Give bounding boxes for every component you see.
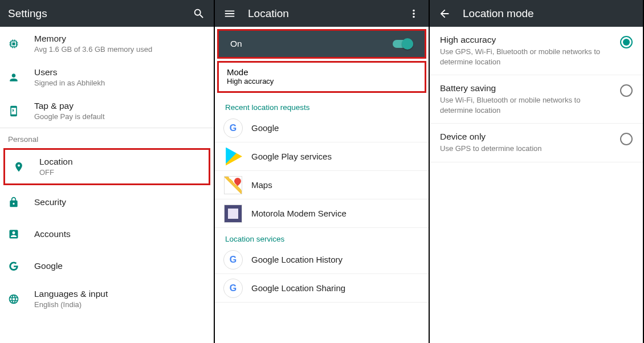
- item-label: Security: [34, 197, 206, 207]
- item-sub: Google Pay is default: [34, 112, 206, 121]
- settings-item-google[interactable]: Google: [0, 250, 214, 282]
- settings-item-tap-pay[interactable]: Tap & payGoogle Pay is default: [0, 94, 214, 128]
- app-google[interactable]: GGoogle: [215, 114, 429, 142]
- item-sub: English (India): [34, 300, 206, 309]
- google-g-icon: G: [223, 119, 243, 138]
- option-device-only[interactable]: Device onlyUse GPS to determine location: [430, 124, 643, 162]
- google-g-icon: G: [223, 279, 243, 298]
- item-sub: OFF: [39, 168, 201, 177]
- google-g-icon: G: [223, 250, 243, 270]
- page-title: Location mode: [463, 7, 635, 20]
- page-title: Location: [248, 7, 407, 20]
- page-title: Settings: [8, 7, 192, 20]
- service-location-history[interactable]: GGoogle Location History: [215, 246, 429, 274]
- tap-pay-icon: [8, 105, 34, 117]
- radio-button[interactable]: [620, 84, 633, 97]
- radio-button[interactable]: [620, 133, 633, 145]
- location-toggle-row[interactable]: On: [219, 31, 425, 57]
- service-location-sharing[interactable]: GGoogle Location Sharing: [215, 274, 429, 303]
- settings-item-accounts[interactable]: Accounts: [0, 218, 214, 250]
- item-label: Accounts: [34, 229, 206, 239]
- service-label: Google Location Sharing: [251, 283, 345, 293]
- globe-icon: [8, 293, 34, 305]
- option-label: Device only: [440, 132, 610, 142]
- location-mode-panel: Location mode High accuracyUse GPS, Wi-F…: [430, 0, 644, 343]
- app-maps[interactable]: Maps: [215, 171, 429, 199]
- option-desc: Use Wi-Fi, Bluetooth or mobile networks …: [440, 95, 610, 115]
- motorola-icon: [224, 205, 242, 223]
- radio-button[interactable]: [620, 36, 633, 48]
- app-label: Maps: [251, 180, 272, 190]
- item-label: Tap & pay: [34, 101, 206, 111]
- settings-item-users[interactable]: UsersSigned in as Abhilekh: [0, 60, 214, 94]
- mode-label: Mode: [227, 67, 417, 77]
- item-label: Users: [34, 67, 206, 77]
- location-toggle[interactable]: [393, 39, 413, 49]
- more-vert-icon[interactable]: [407, 7, 421, 21]
- section-personal: Personal: [0, 128, 214, 147]
- settings-item-location[interactable]: LocationOFF: [5, 150, 209, 183]
- settings-item-memory[interactable]: MemoryAvg 1.6 GB of 3.6 GB memory used: [0, 27, 214, 60]
- option-label: High accuracy: [440, 35, 610, 45]
- section-recent-requests: Recent location requests: [215, 96, 429, 114]
- option-desc: Use GPS, Wi-Fi, Bluetooth or mobile netw…: [440, 47, 610, 67]
- location-appbar: Location: [215, 0, 429, 27]
- back-arrow-icon[interactable]: [438, 7, 451, 21]
- app-label: Google Play services: [251, 152, 332, 161]
- item-sub: Signed in as Abhilekh: [34, 79, 206, 87]
- location-mode-row[interactable]: Mode High accuracy: [219, 63, 425, 91]
- memory-icon: [8, 38, 34, 50]
- search-icon[interactable]: [192, 7, 206, 21]
- app-label: Google: [251, 123, 279, 133]
- item-sub: Avg 1.6 GB of 3.6 GB memory used: [34, 45, 206, 54]
- location-panel: Location On Mode High accuracy Recent lo…: [215, 0, 430, 343]
- settings-appbar: Settings: [0, 0, 214, 27]
- settings-item-languages[interactable]: Languages & inputEnglish (India): [0, 282, 214, 316]
- maps-icon: [224, 176, 242, 194]
- app-play-services[interactable]: Google Play services: [215, 142, 429, 171]
- item-label: Memory: [34, 34, 206, 44]
- option-desc: Use GPS to determine location: [440, 144, 610, 154]
- lock-icon: [8, 197, 34, 208]
- hamburger-icon[interactable]: [223, 7, 237, 21]
- settings-item-security[interactable]: Security: [0, 186, 214, 218]
- location-icon: [13, 161, 39, 173]
- toggle-label: On: [230, 39, 393, 49]
- section-location-services: Location services: [215, 228, 429, 246]
- app-motorola-modem[interactable]: Motorola Modem Service: [215, 199, 429, 228]
- google-icon: [8, 260, 34, 272]
- option-label: Battery saving: [440, 83, 610, 93]
- mode-value: High accuracy: [227, 77, 417, 85]
- item-label: Google: [34, 261, 206, 271]
- option-battery-saving[interactable]: Battery savingUse Wi-Fi, Bluetooth or mo…: [430, 75, 643, 124]
- accounts-icon: [8, 228, 34, 240]
- location-mode-appbar: Location mode: [430, 0, 643, 27]
- item-label: Location: [39, 157, 201, 167]
- app-label: Motorola Modem Service: [251, 209, 347, 218]
- item-label: Languages & input: [34, 289, 206, 299]
- option-high-accuracy[interactable]: High accuracyUse GPS, Wi-Fi, Bluetooth o…: [430, 27, 643, 75]
- play-icon: [224, 148, 242, 166]
- service-label: Google Location History: [251, 255, 343, 264]
- settings-panel: Settings MemoryAvg 1.6 GB of 3.6 GB memo…: [0, 0, 215, 343]
- user-icon: [8, 72, 34, 83]
